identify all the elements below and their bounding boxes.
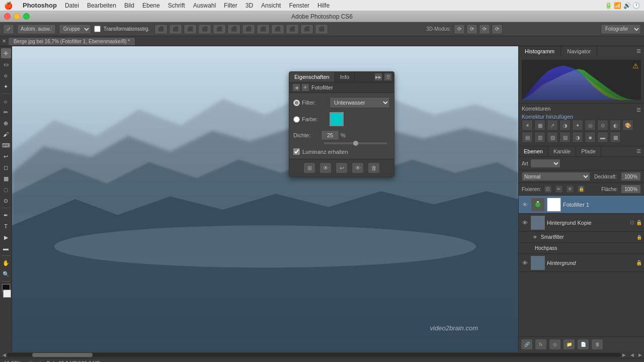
- eye-fotofilter1[interactable]: 👁: [521, 201, 529, 209]
- fotofilter-back-icon[interactable]: ◀: [292, 83, 300, 92]
- art-select[interactable]: [530, 159, 560, 168]
- ebenen-tab[interactable]: Ebenen: [519, 146, 548, 156]
- navigator-tab[interactable]: Navigator: [561, 46, 597, 57]
- deckkraft-input[interactable]: [621, 172, 641, 181]
- distribute-3[interactable]: ⬛: [271, 24, 284, 34]
- gradient-tool[interactable]: ▦: [1, 173, 11, 184]
- korr-levels[interactable]: ▦: [534, 120, 545, 131]
- autom-auswahl[interactable]: Autom. ausw.:: [17, 24, 56, 34]
- eye-hintergrund[interactable]: 👁: [521, 259, 529, 267]
- filter-select[interactable]: Unterwasser: [330, 97, 390, 108]
- layer-hintergrund-kopie[interactable]: 👁 Hintergrund Kopie ⊡ 🔒: [519, 214, 644, 232]
- distribute-4[interactable]: ⬛: [286, 24, 299, 34]
- korr-exposure[interactable]: ◑: [559, 120, 571, 131]
- histogram-menu-icon[interactable]: ☰: [633, 46, 644, 57]
- korrekturen-menu[interactable]: ☰: [636, 107, 641, 113]
- farbe-radio[interactable]: [293, 116, 300, 123]
- distribute-6[interactable]: ⬛: [315, 24, 328, 34]
- eye-smartfilter[interactable]: 👁: [531, 233, 539, 241]
- eyedropper-tool[interactable]: ✏: [1, 107, 11, 117]
- align-top[interactable]: ⬛: [198, 24, 211, 34]
- korrektur-hinzufuegen-link[interactable]: Korrektur hinzufügen: [522, 114, 573, 120]
- scroll-left-arrow[interactable]: ◀: [1, 352, 7, 358]
- menu-filter[interactable]: Filter: [224, 2, 237, 9]
- menu-bearbeiten[interactable]: Bearbeiten: [87, 2, 116, 9]
- panel-btn-1[interactable]: ⊞: [303, 162, 315, 173]
- fix-transparent[interactable]: ⊡: [544, 185, 552, 193]
- panel-btn-4[interactable]: 👁: [352, 162, 364, 173]
- info-tab[interactable]: Info: [335, 72, 355, 82]
- menu-fenster[interactable]: Fenster: [289, 2, 309, 9]
- scroll-up-canvas[interactable]: ◀: [629, 352, 635, 358]
- gruppe-select[interactable]: Gruppe: [59, 24, 91, 34]
- delete-layer-btn[interactable]: 🗑: [591, 339, 603, 350]
- link-layers-btn[interactable]: 🔗: [521, 339, 533, 350]
- close-tab-icon[interactable]: ✕: [2, 38, 6, 44]
- korr-gradient[interactable]: ▤: [522, 132, 533, 143]
- korr-bw[interactable]: ◐: [610, 120, 621, 131]
- flaeche-input[interactable]: [621, 185, 641, 194]
- dichte-input[interactable]: [321, 130, 339, 140]
- menu-3d[interactable]: 3D: [246, 2, 253, 9]
- path-select-tool[interactable]: ▶: [1, 232, 11, 242]
- marquee-tool[interactable]: ▭: [1, 59, 11, 69]
- layer-smartfilter[interactable]: 👁 Smartfilter 🔒: [519, 232, 644, 243]
- transform-check[interactable]: [94, 26, 101, 32]
- move-tool[interactable]: ✛: [1, 48, 11, 58]
- move-tool-options[interactable]: ⤢: [3, 24, 14, 34]
- panel-btn-2[interactable]: 👁: [319, 162, 332, 173]
- magic-wand-tool[interactable]: ✦: [1, 81, 11, 92]
- close-button[interactable]: [4, 13, 11, 20]
- align-bottom[interactable]: ⬛: [227, 24, 240, 34]
- menu-datei[interactable]: Datei: [65, 2, 79, 9]
- fix-lock[interactable]: 🔒: [577, 185, 585, 193]
- menu-bild[interactable]: Bild: [124, 2, 134, 9]
- zoom-btn[interactable]: ▶: [27, 360, 34, 363]
- menu-schrift[interactable]: Schrift: [168, 2, 185, 9]
- menu-ansicht[interactable]: Ansicht: [261, 2, 281, 9]
- scroll-down-canvas[interactable]: ▶: [637, 352, 643, 358]
- new-group-btn[interactable]: 📁: [563, 339, 575, 350]
- fix-move[interactable]: ✛: [566, 185, 574, 193]
- minimize-button[interactable]: [14, 13, 20, 20]
- fix-pixel[interactable]: ✏: [555, 185, 563, 193]
- type-tool[interactable]: T: [1, 221, 11, 231]
- 3d-btn2[interactable]: ⟳: [466, 24, 477, 34]
- pen-tool[interactable]: ✒: [1, 210, 11, 220]
- shape-tool[interactable]: ▬: [1, 243, 11, 253]
- doc-tab[interactable]: Berge.jpg bei 16,7% (Fotofilter 1, Ebene…: [8, 37, 135, 45]
- menu-auswahl[interactable]: Auswahl: [193, 2, 216, 9]
- eraser-tool[interactable]: ◻: [1, 162, 11, 172]
- hand-tool[interactable]: ✋: [1, 258, 11, 268]
- korr-invert[interactable]: ◑: [572, 132, 583, 143]
- histogram-tab[interactable]: Histogramm: [519, 46, 561, 57]
- apple-menu[interactable]: 🍎: [4, 2, 13, 10]
- 3d-btn4[interactable]: ⟳: [492, 24, 503, 34]
- brush-tool[interactable]: 🖌: [1, 129, 11, 139]
- healing-tool[interactable]: ⊕: [1, 118, 11, 128]
- menu-ebene[interactable]: Ebene: [142, 2, 160, 9]
- blend-mode-select[interactable]: Normal: [522, 172, 590, 181]
- eye-hintergrund-kopie[interactable]: 👁: [521, 219, 529, 227]
- align-left[interactable]: ⬛: [154, 24, 168, 34]
- align-center-v[interactable]: ⬛: [213, 24, 226, 34]
- korr-photo[interactable]: 🎨: [622, 120, 633, 131]
- panel-expand-icon[interactable]: ▶▶: [374, 73, 382, 81]
- luminanz-checkbox[interactable]: [293, 148, 300, 155]
- panel-btn-3[interactable]: ↩: [336, 162, 348, 173]
- pfade-tab[interactable]: Pfade: [576, 146, 601, 156]
- maximize-button[interactable]: [23, 13, 30, 20]
- new-layer-btn[interactable]: 📄: [577, 339, 589, 350]
- background-color[interactable]: [3, 290, 11, 298]
- horizontal-scrollbar[interactable]: ◀ ▶ ◀ ▶: [0, 352, 644, 358]
- korr-selective[interactable]: ▥: [534, 132, 545, 143]
- 3d-btn3[interactable]: ⟳: [479, 24, 490, 34]
- add-mask-btn[interactable]: ◎: [549, 339, 561, 350]
- fotofilter-eye-icon[interactable]: 👁: [301, 83, 309, 92]
- history-tool[interactable]: ↩: [1, 151, 11, 161]
- clone-tool[interactable]: ⌨: [1, 140, 11, 150]
- kanaele-tab[interactable]: Kanäle: [548, 146, 576, 156]
- filter-radio[interactable]: [293, 100, 300, 106]
- ebenen-menu-icon[interactable]: ☰: [633, 146, 644, 156]
- add-style-btn[interactable]: fx: [535, 339, 547, 350]
